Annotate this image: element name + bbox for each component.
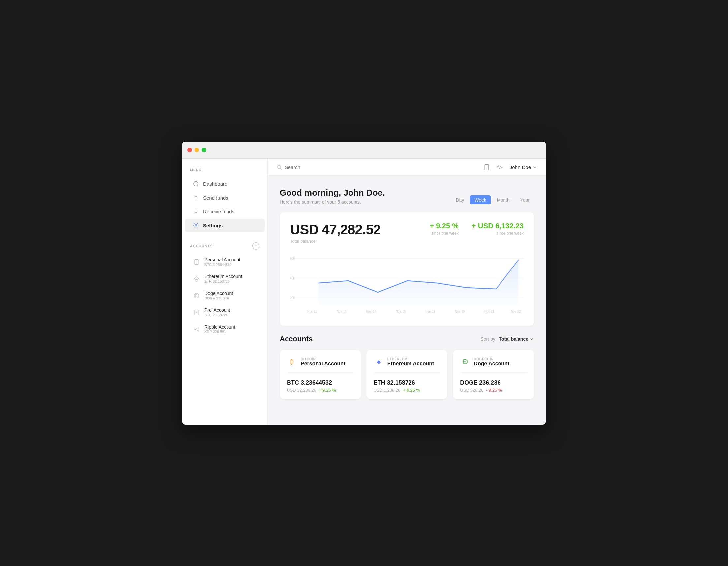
ripple-account-name: Ripple Account xyxy=(204,324,235,330)
close-button[interactable] xyxy=(187,148,192,152)
titlebar xyxy=(182,141,546,159)
sidebar-item-settings[interactable]: Settings xyxy=(185,219,265,232)
receive-funds-label: Receive funds xyxy=(203,209,234,214)
svg-text:Nov. 20: Nov. 20 xyxy=(455,310,465,313)
search-wrap xyxy=(277,164,478,170)
device-icon[interactable] xyxy=(483,164,490,170)
user-name: John Doe xyxy=(510,164,531,170)
filter-month[interactable]: Month xyxy=(492,195,514,204)
svg-point-20 xyxy=(278,165,281,168)
stat-usd-label: since one week xyxy=(472,231,524,235)
chart-svg: 60k 40k 20k xyxy=(290,252,524,318)
eth-icon-sidebar xyxy=(193,275,200,283)
activity-icon[interactable] xyxy=(497,164,503,170)
balance-label: Total balance xyxy=(290,239,380,244)
receive-icon xyxy=(193,208,199,215)
doge-usd: USD 326.26 xyxy=(460,388,483,393)
user-menu[interactable]: John Doe xyxy=(510,164,537,170)
account-card-bitcoin: ₿ BITCOIN Personal Account BTC 3.2364453… xyxy=(280,350,361,399)
doge-account-name: Doge Account xyxy=(474,361,509,367)
accounts-header: Accounts Sort by Total balance xyxy=(280,335,534,343)
doge-usd-row: USD 326.26 - 9.25 % xyxy=(460,388,527,393)
chevron-down-icon xyxy=(533,165,537,169)
svg-text:Nov. 16: Nov. 16 xyxy=(337,310,347,313)
filter-year[interactable]: Year xyxy=(516,195,534,204)
card-header-doge: Ð DOGECOIN Doge Account xyxy=(460,357,527,373)
svg-point-3 xyxy=(195,224,197,226)
xrp-icon-sidebar xyxy=(193,325,200,333)
doge-card-icon: Ð xyxy=(460,357,470,367)
stat-usd: + USD 6,132.23 since one week xyxy=(472,222,524,235)
svg-text:Nov. 17: Nov. 17 xyxy=(366,310,376,313)
ethereum-account-name: Ethereum Account xyxy=(387,361,434,367)
settings-label: Settings xyxy=(203,223,223,228)
add-account-button[interactable]: + xyxy=(252,242,259,250)
sidebar-account-doge[interactable]: Ð Doge Account DOGE 236.236 xyxy=(185,287,265,304)
svg-text:Nov. 18: Nov. 18 xyxy=(396,310,406,313)
svg-text:Nov. 19: Nov. 19 xyxy=(425,310,435,313)
svg-text:Nov. 15: Nov. 15 xyxy=(307,310,317,313)
account-card-ethereum: ◆ ETHEREUM Ethereum Account ETH 32.15872… xyxy=(366,350,448,399)
account-cards: ₿ BITCOIN Personal Account BTC 3.2364453… xyxy=(280,350,534,399)
main-content: John Doe Good morning, John Doe. Here's … xyxy=(268,159,546,425)
svg-text:Nov. 22: Nov. 22 xyxy=(511,310,521,313)
svg-text:Ð: Ð xyxy=(195,294,197,298)
card-header-ethereum: ◆ ETHEREUM Ethereum Account xyxy=(374,357,440,373)
search-icon xyxy=(277,164,282,170)
ethereum-change: + 9.25 % xyxy=(403,388,420,393)
svg-line-21 xyxy=(281,168,282,169)
svg-text:Nov. 21: Nov. 21 xyxy=(485,310,495,313)
search-input[interactable] xyxy=(285,164,478,170)
ethereum-usd-row: USD 1,236.26 + 9.25 % xyxy=(374,388,440,393)
card-info-ethereum: ETHEREUM Ethereum Account xyxy=(387,357,434,367)
sort-by[interactable]: Sort by Total balance xyxy=(480,337,534,342)
btc-icon-1 xyxy=(193,258,200,266)
doge-coin-label: DOGECOIN xyxy=(474,357,509,361)
send-funds-label: Send funds xyxy=(203,195,228,200)
doge-account-sub: DOGE 236.236 xyxy=(204,296,233,300)
sidebar-account-pro[interactable]: Pro' Account BTC 2.158726 xyxy=(185,304,265,320)
sidebar-account-ripple[interactable]: Ripple Account XRP 326.591 xyxy=(185,321,265,337)
sidebar-item-dashboard[interactable]: Dashboard xyxy=(185,177,265,190)
sidebar-account-ethereum[interactable]: Ethereum Account ETH 32.158726 xyxy=(185,270,265,287)
chart-container: 60k 40k 20k xyxy=(290,252,524,318)
ethereum-coin-label: ETHEREUM xyxy=(387,357,434,361)
dashboard-label: Dashboard xyxy=(203,181,227,187)
balance-amount: USD 47,282.52 xyxy=(290,222,380,237)
accounts-section-label: ACCOUNTS + xyxy=(182,242,267,250)
doge-account-name: Doge Account xyxy=(204,291,233,296)
eth-account-name: Ethereum Account xyxy=(204,274,242,279)
traffic-lights xyxy=(187,148,206,152)
app-window: MENU Dashboard xyxy=(182,141,546,425)
sidebar-item-receive-funds[interactable]: Receive funds xyxy=(185,205,265,218)
card-info-bitcoin: BITCOIN Personal Account xyxy=(301,357,345,367)
bitcoin-usd: USD 32,236.26 xyxy=(287,388,316,393)
sidebar: MENU Dashboard xyxy=(182,159,268,425)
sidebar-nav: Dashboard Send funds xyxy=(182,177,267,232)
svg-line-18 xyxy=(195,328,198,329)
maximize-button[interactable] xyxy=(202,148,206,152)
sort-by-value: Total balance xyxy=(499,337,528,342)
svg-text:40k: 40k xyxy=(290,276,295,280)
sidebar-item-send-funds[interactable]: Send funds xyxy=(185,191,265,204)
filter-day[interactable]: Day xyxy=(451,195,469,204)
card-header-bitcoin: ₿ BITCOIN Personal Account xyxy=(287,357,354,373)
sidebar-account-personal[interactable]: Personal Account BTC 3.23644532 xyxy=(185,253,265,270)
stat-percent-value: + 9.25 % xyxy=(430,222,458,230)
menu-label: MENU xyxy=(182,168,267,172)
time-filters: Day Week Month Year xyxy=(451,195,534,204)
minimize-button[interactable] xyxy=(195,148,199,152)
svg-point-15 xyxy=(194,329,195,330)
accounts-title: Accounts xyxy=(280,335,313,343)
sort-chevron-icon xyxy=(530,337,534,342)
account-list: Personal Account BTC 3.23644532 Ethereum… xyxy=(182,253,267,337)
svg-line-19 xyxy=(195,329,198,331)
card-info-doge: DOGECOIN Doge Account xyxy=(474,357,509,367)
svg-text:20k: 20k xyxy=(290,296,295,300)
stat-percent: + 9.25 % since one week xyxy=(430,222,458,235)
personal-account-sub: BTC 3.23644532 xyxy=(204,262,240,266)
ripple-account-sub: XRP 326.591 xyxy=(204,330,235,334)
svg-point-16 xyxy=(198,327,199,328)
topbar-actions: John Doe xyxy=(483,164,537,170)
filter-week[interactable]: Week xyxy=(470,195,491,204)
